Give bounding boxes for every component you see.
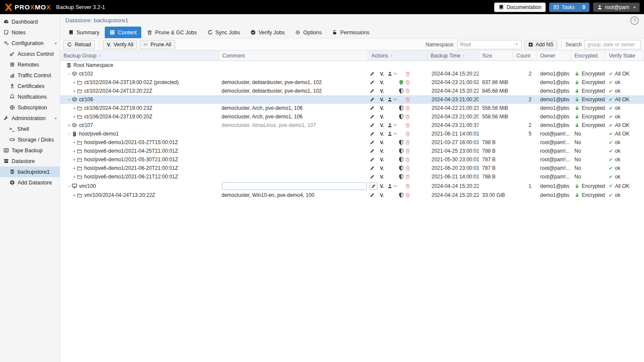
column-header-backup-time[interactable]: Backup Time↑	[427, 51, 479, 60]
edit-notes-button[interactable]	[370, 148, 375, 154]
edit-notes-button[interactable]	[370, 106, 375, 111]
sidebar-item-datastore[interactable]: Datastore	[0, 156, 60, 166]
prune-all-button[interactable]: ✂ Prune All	[140, 40, 175, 49]
column-header-size[interactable]: Size	[479, 51, 513, 60]
forget-button[interactable]	[405, 157, 410, 163]
prune-button[interactable]: ✂	[393, 71, 398, 77]
sidebar-item-backupstore1[interactable]: backupstore1	[0, 166, 60, 177]
tab-content[interactable]: Content	[105, 27, 141, 38]
tree-expander-expand-icon[interactable]: +	[72, 88, 77, 94]
protect-button[interactable]	[398, 80, 404, 85]
edit-notes-button[interactable]	[370, 174, 375, 179]
edit-notes-button[interactable]	[370, 97, 375, 102]
forget-button[interactable]	[405, 183, 410, 189]
forget-button[interactable]	[405, 106, 410, 111]
verify-button[interactable]: V.	[380, 148, 384, 154]
tree-expander-collapse-icon[interactable]: −	[67, 71, 72, 76]
table-row-host-pve6-demo1-2021-06-21t12-00-01z[interactable]: +host/pve6-demo1/2021-06-21T12:00:01ZV.2…	[60, 172, 644, 181]
reload-button[interactable]: Reload	[63, 40, 95, 49]
table-row-host-pve6-demo1-2021-03-27t15-00-01z[interactable]: +host/pve6-demo1/2021-03-27T15:00:01ZV.2…	[60, 138, 644, 147]
sidebar-item-access-control[interactable]: Access Control	[0, 48, 60, 59]
edit-notes-button[interactable]	[370, 71, 375, 76]
forget-button[interactable]	[405, 123, 410, 128]
tree-expander-expand-icon[interactable]: +	[67, 123, 72, 128]
column-header-verify-state[interactable]: Verify State	[605, 51, 644, 60]
sidebar-item-administration[interactable]: Administration▾	[0, 113, 60, 124]
table-row-host-pve6-demo1-2021-06-20t21-00-01z[interactable]: +host/pve6-demo1/2021-06-20T21:00:01ZV.2…	[60, 164, 644, 172]
table-row-vm-100[interactable]: −vm/100V.✂2024-04-24 15:20:221demo1@pbsE…	[60, 181, 644, 191]
collapse-arrow-icon[interactable]: ▾	[55, 116, 57, 121]
verify-button[interactable]: V.	[380, 71, 384, 76]
tree-expander-expand-icon[interactable]: +	[72, 140, 77, 145]
tree-expander-collapse-icon[interactable]: −	[67, 184, 72, 189]
edit-notes-button[interactable]	[370, 193, 375, 198]
tab-sync-jobs[interactable]: Sync Jobs	[203, 27, 245, 38]
forget-button[interactable]	[405, 97, 410, 103]
forget-button[interactable]	[405, 148, 410, 154]
forget-button[interactable]	[405, 193, 410, 198]
prune-button[interactable]: ✂	[393, 131, 398, 137]
edit-notes-button[interactable]	[370, 114, 375, 119]
documentation-button[interactable]: Documentation	[494, 3, 546, 12]
namespace-combobox[interactable]: Root	[457, 40, 522, 49]
table-row-vm-100-2024-04-24t13-20-22z[interactable]: +vm/100/2024-04-24T13:20:22Zdemocluster,…	[60, 191, 644, 199]
table-row-host-pve6-demo1[interactable]: −host/pve6-demo1V.✂2021-06-21 14:00:015r…	[60, 130, 644, 138]
protect-button[interactable]	[398, 148, 404, 154]
forget-button[interactable]	[405, 174, 410, 180]
tree-expander-expand-icon[interactable]: +	[72, 114, 77, 119]
collapse-arrow-icon[interactable]: ▾	[55, 41, 57, 45]
protect-button[interactable]	[398, 157, 404, 163]
tree-expander-collapse-icon[interactable]: −	[67, 97, 72, 102]
verify-button[interactable]: V.	[380, 184, 384, 189]
column-header-backup-group[interactable]: Backup Group↑	[60, 51, 219, 60]
verify-button[interactable]: V.	[380, 88, 384, 94]
verify-button[interactable]: V.	[380, 80, 384, 85]
protect-button[interactable]	[398, 174, 404, 180]
verify-button[interactable]: V.	[380, 114, 384, 119]
tree-expander-expand-icon[interactable]: +	[72, 106, 77, 111]
sidebar-item-notes[interactable]: Notes	[0, 27, 60, 38]
verify-button[interactable]: V.	[380, 174, 384, 179]
edit-notes-button[interactable]	[370, 140, 375, 145]
table-row-root-namespace[interactable]: Root Namespace	[60, 61, 644, 69]
table-row-ct-106-2024-04-23t19-00-20z[interactable]: +ct/106/2024-04-23T19:00:20Zdemocluster,…	[60, 112, 644, 121]
table-row-host-pve6-demo1-2021-04-25t21-00-01z[interactable]: +host/pve6-demo1/2021-04-25T21:00:01ZV.2…	[60, 147, 644, 155]
change-owner-button[interactable]	[387, 71, 392, 76]
sidebar-item-certificates[interactable]: Certificates	[0, 81, 60, 91]
verify-button[interactable]: V.	[380, 140, 384, 145]
verify-button[interactable]: V.	[380, 166, 384, 171]
table-row-ct-102-2024-04-23t19-00-02z-protected[interactable]: +ct/102/2024-04-23T19:00:02Z (protected)…	[60, 78, 644, 87]
edit-notes-button[interactable]	[370, 182, 377, 190]
tab-prune-gc-jobs[interactable]: Prune & GC Jobs	[142, 27, 201, 38]
edit-notes-button[interactable]	[370, 166, 375, 171]
sidebar-item-add-datastore[interactable]: Add Datastore	[0, 177, 60, 188]
column-header-owner[interactable]: Owner	[537, 51, 571, 60]
sidebar-item-tape-backup[interactable]: Tape Backup	[0, 145, 60, 156]
forget-button[interactable]	[405, 71, 410, 77]
tasks-button[interactable]: Tasks 0	[549, 3, 589, 12]
tree-expander-expand-icon[interactable]: +	[72, 193, 77, 198]
column-header-comment[interactable]: Comment	[219, 51, 368, 60]
sidebar-item-configuration[interactable]: Configuration▾	[0, 38, 60, 48]
table-row-ct-106[interactable]: −ct/106V.✂2024-04-23 21:00:202demo1@pbsE…	[60, 95, 644, 104]
comment-edit-input[interactable]	[222, 182, 367, 190]
edit-notes-button[interactable]	[370, 88, 375, 94]
table-row-ct-102-2024-04-24t13-20-22z[interactable]: +ct/102/2024-04-24T13:20:22Zdemocluster,…	[60, 87, 644, 95]
prune-button[interactable]: ✂	[393, 122, 398, 128]
forget-button[interactable]	[405, 140, 410, 145]
user-menu-button[interactable]: root@pam ▾	[593, 3, 640, 12]
sidebar-item-shell[interactable]: >_Shell	[0, 124, 60, 134]
protect-button[interactable]	[398, 106, 404, 111]
edit-notes-button[interactable]	[370, 123, 375, 128]
verify-button[interactable]: V.	[380, 193, 384, 198]
help-button[interactable]: ?	[630, 16, 639, 25]
add-namespace-button[interactable]: Add NS	[524, 40, 557, 49]
forget-button[interactable]	[405, 88, 410, 94]
edit-notes-button[interactable]	[370, 80, 375, 85]
sidebar-item-dashboard[interactable]: Dashboard	[0, 16, 60, 27]
tab-summary[interactable]: Summary	[64, 27, 104, 38]
table-row-ct-106-2024-04-22t19-00-23z[interactable]: +ct/106/2024-04-22T19:00:23Zdemocluster,…	[60, 104, 644, 112]
column-header-actions[interactable]: Actions↑	[368, 51, 427, 60]
sidebar-item-storage-disks[interactable]: Storage / Disks	[0, 134, 60, 145]
forget-button[interactable]	[405, 114, 410, 120]
